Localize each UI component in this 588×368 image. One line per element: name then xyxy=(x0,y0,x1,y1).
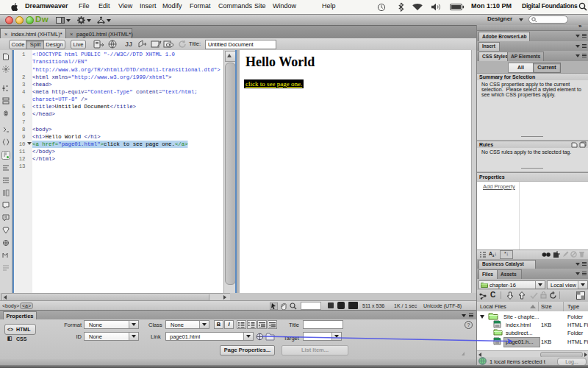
svg-text:JJ: JJ xyxy=(125,40,132,48)
